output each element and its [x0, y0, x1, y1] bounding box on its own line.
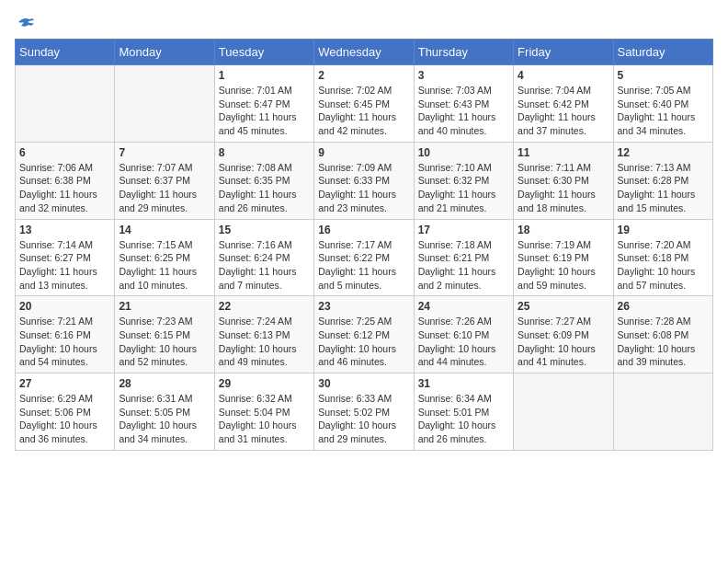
calendar-cell: 5Sunrise: 7:05 AMSunset: 6:40 PMDaylight…: [613, 65, 712, 143]
logo: [15, 15, 35, 29]
calendar-cell: 17Sunrise: 7:18 AMSunset: 6:21 PMDayligh…: [414, 219, 513, 296]
calendar-week-row: 6Sunrise: 7:06 AMSunset: 6:38 PMDaylight…: [16, 142, 713, 219]
day-info: Sunrise: 7:26 AMSunset: 6:10 PMDaylight:…: [418, 315, 509, 369]
calendar-cell: [115, 65, 214, 143]
calendar-cell: 27Sunrise: 6:29 AMSunset: 5:06 PMDayligh…: [16, 373, 115, 451]
calendar-cell: 23Sunrise: 7:25 AMSunset: 6:12 PMDayligh…: [314, 296, 414, 373]
day-info: Sunrise: 7:19 AMSunset: 6:19 PMDaylight:…: [518, 238, 609, 293]
day-info: Sunrise: 7:05 AMSunset: 6:40 PMDaylight:…: [618, 84, 709, 138]
calendar-cell: 9Sunrise: 7:09 AMSunset: 6:33 PMDaylight…: [314, 142, 414, 219]
day-info: Sunrise: 7:04 AMSunset: 6:42 PMDaylight:…: [518, 84, 609, 138]
day-info: Sunrise: 7:17 AMSunset: 6:22 PMDaylight:…: [318, 238, 409, 293]
calendar-header-row: SundayMondayTuesdayWednesdayThursdayFrid…: [16, 40, 713, 65]
calendar-cell: [613, 373, 712, 451]
day-number: 24: [418, 300, 509, 313]
calendar-week-row: 27Sunrise: 6:29 AMSunset: 5:06 PMDayligh…: [16, 373, 713, 451]
day-number: 5: [618, 69, 709, 82]
day-number: 20: [19, 300, 110, 313]
day-number: 15: [219, 224, 310, 236]
calendar-cell: 16Sunrise: 7:17 AMSunset: 6:22 PMDayligh…: [314, 219, 414, 296]
day-info: Sunrise: 7:15 AMSunset: 6:25 PMDaylight:…: [119, 238, 210, 293]
day-number: 16: [318, 224, 409, 236]
calendar-cell: 20Sunrise: 7:21 AMSunset: 6:16 PMDayligh…: [16, 296, 115, 373]
day-number: 2: [318, 69, 409, 82]
calendar-cell: 8Sunrise: 7:08 AMSunset: 6:35 PMDaylight…: [214, 142, 313, 219]
day-info: Sunrise: 6:32 AMSunset: 5:04 PMDaylight:…: [219, 392, 310, 446]
day-info: Sunrise: 6:29 AMSunset: 5:06 PMDaylight:…: [19, 392, 110, 446]
day-info: Sunrise: 7:01 AMSunset: 6:47 PMDaylight:…: [219, 84, 310, 138]
day-info: Sunrise: 7:07 AMSunset: 6:37 PMDaylight:…: [119, 161, 210, 215]
day-number: 12: [618, 146, 709, 159]
calendar-cell: 25Sunrise: 7:27 AMSunset: 6:09 PMDayligh…: [514, 296, 613, 373]
page-header: [15, 15, 713, 29]
day-info: Sunrise: 6:33 AMSunset: 5:02 PMDaylight:…: [318, 392, 409, 446]
day-info: Sunrise: 7:13 AMSunset: 6:28 PMDaylight:…: [618, 161, 709, 215]
calendar-cell: 1Sunrise: 7:01 AMSunset: 6:47 PMDaylight…: [214, 65, 313, 143]
calendar-cell: 22Sunrise: 7:24 AMSunset: 6:13 PMDayligh…: [214, 296, 313, 373]
day-info: Sunrise: 7:27 AMSunset: 6:09 PMDaylight:…: [518, 315, 609, 369]
calendar-cell: 7Sunrise: 7:07 AMSunset: 6:37 PMDaylight…: [115, 142, 214, 219]
calendar-cell: 26Sunrise: 7:28 AMSunset: 6:08 PMDayligh…: [613, 296, 712, 373]
calendar-header-monday: Monday: [115, 40, 214, 65]
day-number: 22: [219, 300, 310, 313]
day-number: 3: [418, 69, 509, 82]
day-number: 28: [119, 377, 210, 390]
day-number: 21: [119, 300, 210, 313]
day-number: 13: [19, 224, 110, 236]
day-info: Sunrise: 7:28 AMSunset: 6:08 PMDaylight:…: [618, 315, 709, 369]
calendar-cell: 29Sunrise: 6:32 AMSunset: 5:04 PMDayligh…: [214, 373, 313, 451]
calendar-cell: 14Sunrise: 7:15 AMSunset: 6:25 PMDayligh…: [115, 219, 214, 296]
day-number: 11: [518, 146, 609, 159]
calendar-cell: 10Sunrise: 7:10 AMSunset: 6:32 PMDayligh…: [414, 142, 513, 219]
calendar-cell: 30Sunrise: 6:33 AMSunset: 5:02 PMDayligh…: [314, 373, 414, 451]
day-number: 19: [618, 224, 709, 236]
calendar-cell: 11Sunrise: 7:11 AMSunset: 6:30 PMDayligh…: [514, 142, 613, 219]
day-info: Sunrise: 6:34 AMSunset: 5:01 PMDaylight:…: [418, 392, 509, 446]
day-info: Sunrise: 7:24 AMSunset: 6:13 PMDaylight:…: [219, 315, 310, 369]
calendar-table: SundayMondayTuesdayWednesdayThursdayFrid…: [15, 39, 713, 451]
calendar-week-row: 1Sunrise: 7:01 AMSunset: 6:47 PMDaylight…: [16, 65, 713, 143]
day-info: Sunrise: 7:11 AMSunset: 6:30 PMDaylight:…: [518, 161, 609, 215]
calendar-cell: 28Sunrise: 6:31 AMSunset: 5:05 PMDayligh…: [115, 373, 214, 451]
calendar-cell: 3Sunrise: 7:03 AMSunset: 6:43 PMDaylight…: [414, 65, 513, 143]
day-info: Sunrise: 7:21 AMSunset: 6:16 PMDaylight:…: [19, 315, 110, 369]
day-number: 7: [119, 146, 210, 159]
day-info: Sunrise: 7:02 AMSunset: 6:45 PMDaylight:…: [318, 84, 409, 138]
logo-bird-icon: [17, 15, 35, 29]
calendar-header-thursday: Thursday: [414, 40, 513, 65]
day-info: Sunrise: 6:31 AMSunset: 5:05 PMDaylight:…: [119, 392, 210, 446]
calendar-header-tuesday: Tuesday: [214, 40, 313, 65]
day-number: 8: [219, 146, 310, 159]
day-info: Sunrise: 7:20 AMSunset: 6:18 PMDaylight:…: [618, 238, 709, 293]
day-number: 6: [19, 146, 110, 159]
calendar-cell: 15Sunrise: 7:16 AMSunset: 6:24 PMDayligh…: [214, 219, 313, 296]
day-number: 14: [119, 224, 210, 236]
calendar-cell: 2Sunrise: 7:02 AMSunset: 6:45 PMDaylight…: [314, 65, 414, 143]
day-info: Sunrise: 7:18 AMSunset: 6:21 PMDaylight:…: [418, 238, 509, 293]
day-number: 27: [19, 377, 110, 390]
calendar-cell: 13Sunrise: 7:14 AMSunset: 6:27 PMDayligh…: [16, 219, 115, 296]
day-number: 31: [418, 377, 509, 390]
calendar-week-row: 13Sunrise: 7:14 AMSunset: 6:27 PMDayligh…: [16, 219, 713, 296]
day-number: 4: [518, 69, 609, 82]
day-info: Sunrise: 7:03 AMSunset: 6:43 PMDaylight:…: [418, 84, 509, 138]
day-number: 29: [219, 377, 310, 390]
day-info: Sunrise: 7:14 AMSunset: 6:27 PMDaylight:…: [19, 238, 110, 293]
calendar-cell: 4Sunrise: 7:04 AMSunset: 6:42 PMDaylight…: [514, 65, 613, 143]
calendar-header-friday: Friday: [514, 40, 613, 65]
day-number: 10: [418, 146, 509, 159]
calendar-header-wednesday: Wednesday: [314, 40, 414, 65]
calendar-cell: [16, 65, 115, 143]
calendar-header-saturday: Saturday: [613, 40, 712, 65]
day-info: Sunrise: 7:25 AMSunset: 6:12 PMDaylight:…: [318, 315, 409, 369]
calendar-week-row: 20Sunrise: 7:21 AMSunset: 6:16 PMDayligh…: [16, 296, 713, 373]
calendar-cell: 31Sunrise: 6:34 AMSunset: 5:01 PMDayligh…: [414, 373, 513, 451]
day-number: 25: [518, 300, 609, 313]
day-info: Sunrise: 7:23 AMSunset: 6:15 PMDaylight:…: [119, 315, 210, 369]
calendar-header-sunday: Sunday: [16, 40, 115, 65]
calendar-cell: 24Sunrise: 7:26 AMSunset: 6:10 PMDayligh…: [414, 296, 513, 373]
day-number: 30: [318, 377, 409, 390]
day-info: Sunrise: 7:09 AMSunset: 6:33 PMDaylight:…: [318, 161, 409, 215]
day-number: 23: [318, 300, 409, 313]
day-number: 9: [318, 146, 409, 159]
